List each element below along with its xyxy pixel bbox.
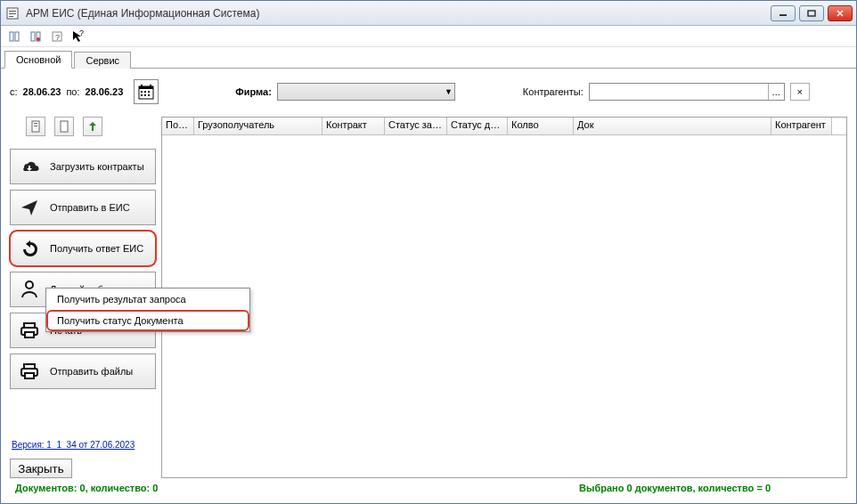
from-label: с: xyxy=(10,86,18,97)
clear-kontragent-button[interactable]: × xyxy=(790,83,810,101)
grid-column-header[interactable]: Колво xyxy=(508,118,574,134)
context-menu: Получить результат запроса Получить стат… xyxy=(45,288,250,332)
grid-column-header[interactable]: Статус док... xyxy=(447,118,508,134)
load-contracts-button[interactable]: Загрузить контракты xyxy=(10,149,156,184)
app-window: АРМ ЕИС (Единая Информационная Система) … xyxy=(0,0,857,504)
svg-rect-29 xyxy=(34,126,37,126)
to-label: по: xyxy=(66,86,79,97)
undo-icon xyxy=(18,237,41,260)
svg-rect-26 xyxy=(148,94,150,96)
app-icon xyxy=(6,6,20,20)
calendar-button[interactable] xyxy=(134,79,159,104)
toolbar-icon-2[interactable] xyxy=(28,28,44,45)
kontragent-browse-button[interactable]: ... xyxy=(768,84,784,100)
svg-rect-4 xyxy=(779,14,787,16)
from-date[interactable]: 28.06.23 xyxy=(23,86,61,97)
svg-rect-9 xyxy=(15,32,19,41)
mini-button-3[interactable] xyxy=(83,117,102,136)
grid-column-header[interactable]: Контракт xyxy=(322,118,385,134)
printer-icon xyxy=(18,319,41,342)
svg-rect-22 xyxy=(144,91,146,93)
filter-row: с: 28.06.23 по: 28.06.23 Фирма: ▼ Контра… xyxy=(10,79,847,104)
svg-rect-3 xyxy=(9,16,13,17)
menu-get-request-result[interactable]: Получить результат запроса xyxy=(46,289,249,310)
send-icon xyxy=(18,196,41,219)
close-button[interactable]: Закрыть xyxy=(10,459,72,478)
firma-label: Фирма: xyxy=(235,86,272,97)
svg-rect-23 xyxy=(148,91,150,93)
grid-column-header[interactable]: Грузополучатель xyxy=(194,118,322,134)
status-docs: Документов: 0, количество: 0 xyxy=(15,483,158,493)
svg-rect-21 xyxy=(141,91,143,93)
status-bar: Документов: 0, количество: 0 Выбрано 0 д… xyxy=(10,478,847,498)
svg-text:?: ? xyxy=(55,33,60,42)
kontragent-label: Контрагенты: xyxy=(523,86,584,97)
grid-body[interactable] xyxy=(162,135,846,477)
firma-select[interactable]: ▼ xyxy=(277,83,455,101)
grid-header: Пом...ГрузополучательКонтрактСтатус зап.… xyxy=(162,118,846,135)
send-eis-button[interactable]: Отправить в ЕИС xyxy=(10,190,156,225)
send-files-button[interactable]: Отправить файлы xyxy=(10,354,156,389)
content-area: с: 28.06.23 по: 28.06.23 Фирма: ▼ Контра… xyxy=(1,69,856,503)
svg-rect-28 xyxy=(34,123,37,124)
get-eis-response-button[interactable]: Получить ответ ЕИС xyxy=(10,231,156,266)
to-date[interactable]: 28.06.23 xyxy=(86,86,124,97)
titlebar: АРМ ЕИС (Единая Информационная Система) xyxy=(1,1,856,26)
kontragent-field: ... xyxy=(589,83,785,101)
cursor-help-icon[interactable]: ? xyxy=(70,28,86,45)
tabstrip: Основной Сервис xyxy=(1,47,856,69)
svg-rect-10 xyxy=(31,32,35,41)
maximize-button[interactable] xyxy=(799,5,824,21)
help-icon[interactable]: ? xyxy=(49,28,65,45)
tab-service[interactable]: Сервис xyxy=(74,52,131,69)
svg-point-31 xyxy=(26,281,33,289)
grid-column-header[interactable]: Пом... xyxy=(162,118,194,134)
svg-rect-34 xyxy=(25,332,34,337)
calendar-icon xyxy=(137,83,155,101)
svg-rect-1 xyxy=(9,11,16,12)
small-toolbar: ? ? xyxy=(1,26,856,47)
person-icon xyxy=(18,278,41,301)
printer-icon xyxy=(18,360,41,383)
svg-rect-37 xyxy=(25,373,34,378)
svg-rect-5 xyxy=(808,11,815,16)
mini-button-1[interactable] xyxy=(26,117,45,136)
close-window-button[interactable] xyxy=(828,5,853,21)
minimize-button[interactable] xyxy=(771,5,796,21)
svg-rect-8 xyxy=(10,32,13,41)
svg-text:?: ? xyxy=(79,29,84,37)
version-link[interactable]: Версия: 1_1_34 от 27.06.2023 xyxy=(10,436,156,453)
svg-rect-30 xyxy=(61,121,68,132)
svg-rect-25 xyxy=(144,94,146,96)
status-selected: Выбрано 0 документов, количество = 0 xyxy=(579,483,771,493)
svg-point-12 xyxy=(37,37,40,41)
chevron-down-icon: ▼ xyxy=(445,87,453,96)
grid-column-header[interactable]: Док xyxy=(574,118,771,134)
kontragent-input[interactable] xyxy=(590,84,768,100)
grid-column-header[interactable]: Статус зап... xyxy=(385,118,447,134)
menu-get-document-status[interactable]: Получить статус Документа xyxy=(46,310,249,331)
toolbar-icon-1[interactable] xyxy=(6,28,22,45)
tab-main[interactable]: Основной xyxy=(4,51,72,69)
grid-column-header[interactable]: Контрагент xyxy=(771,118,832,134)
svg-rect-24 xyxy=(141,94,143,96)
svg-rect-2 xyxy=(9,13,16,14)
window-title: АРМ ЕИС (Единая Информационная Система) xyxy=(26,7,771,20)
grid-panel: Пом...ГрузополучательКонтрактСтатус зап.… xyxy=(161,117,847,478)
cloud-download-icon xyxy=(18,155,41,178)
mini-button-2[interactable] xyxy=(54,117,74,136)
